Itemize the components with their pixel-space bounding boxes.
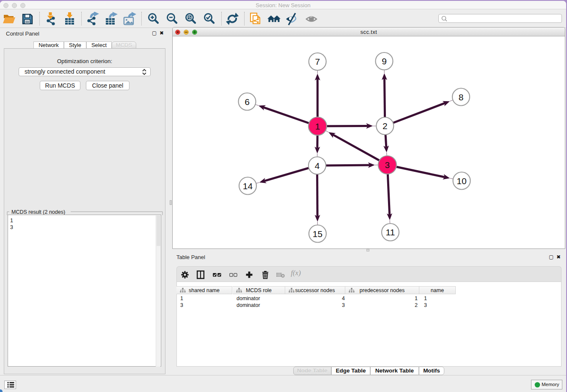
svg-text:6: 6	[245, 97, 250, 107]
svg-text:14: 14	[243, 181, 253, 191]
svg-text:1: 1	[315, 121, 320, 131]
svg-text:9: 9	[382, 56, 387, 66]
svg-text:4: 4	[315, 161, 320, 171]
svg-text:8: 8	[459, 92, 464, 102]
svg-text:2: 2	[383, 121, 388, 131]
svg-text:10: 10	[457, 176, 466, 186]
svg-text:11: 11	[386, 227, 395, 237]
svg-text:3: 3	[385, 160, 390, 170]
svg-text:7: 7	[315, 57, 320, 66]
svg-text:15: 15	[313, 229, 322, 239]
